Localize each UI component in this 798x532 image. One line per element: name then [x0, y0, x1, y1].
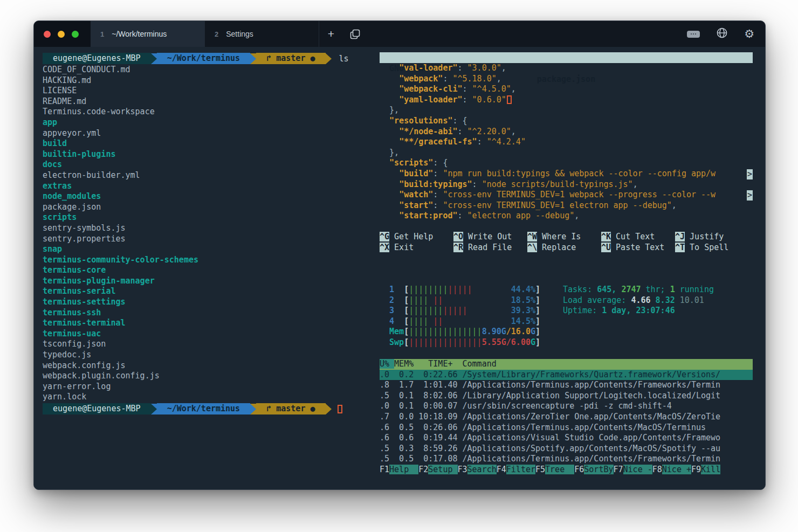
- globe-icon[interactable]: [716, 27, 728, 41]
- file-entry: typedoc.js: [43, 350, 366, 361]
- typed-command: ls: [339, 54, 349, 64]
- new-tab-button[interactable]: +: [319, 21, 343, 47]
- process-row[interactable]: .0 0.1 0:00.07 /usr/sbin/screencapture -…: [380, 401, 753, 412]
- settings-gear-icon[interactable]: ⚙: [744, 29, 754, 40]
- fkey-number: F6: [574, 465, 584, 474]
- fkey-item[interactable]: F3Search: [458, 465, 497, 474]
- file-entry: extras: [43, 181, 366, 192]
- process-row[interactable]: .0 0.2 0:22.66 /System/Library/Framework…: [380, 370, 753, 381]
- shortcut-key: ^O: [453, 232, 463, 241]
- fkey-number: F1: [380, 465, 389, 474]
- table-header[interactable]: U% MEM% TIME+ Command: [380, 359, 753, 370]
- file-entry: terminus-uac: [43, 329, 366, 340]
- process-row[interactable]: .5 0.3 8:59.26 /Applications/Spotify.app…: [380, 444, 753, 454]
- file-entry: app: [43, 118, 366, 128]
- nano-shortcut: ^T To Spell: [675, 243, 749, 253]
- nano-line: "val-loader": "3.0.0",: [380, 63, 753, 74]
- file-entry: docs: [43, 160, 366, 170]
- file-entry: node_modules: [43, 191, 366, 202]
- fkey-item[interactable]: F8Nice +: [652, 465, 691, 474]
- htop-meters: 1 [||||||||||||| 44.4%] 2 [|||| || 18.5%…: [380, 285, 540, 348]
- file-entry: webpack.config.js: [43, 361, 366, 371]
- file-entry: terminus-plugin-manager: [43, 276, 366, 287]
- shortcut-key: ^K: [601, 232, 611, 241]
- fkey-item[interactable]: F5Tree: [535, 465, 574, 474]
- shortcut-label: Justify: [685, 232, 724, 241]
- file-entry: LICENSE: [43, 86, 366, 96]
- prompt-segment: eugene@Eugenes-MBP: [43, 403, 151, 414]
- duplicate-tab-icon[interactable]: [343, 21, 367, 47]
- nano-line: "scripts": {: [380, 158, 753, 169]
- traffic-lights: [34, 21, 91, 47]
- process-row[interactable]: .7 0.0 10:18.09 /Applications/ZeroTier O…: [380, 412, 753, 423]
- shortcut-key: ^T: [675, 243, 685, 252]
- fkey-item[interactable]: F6SortBy: [574, 465, 613, 474]
- process-row[interactable]: .6 0.5 0:26.06 /Applications/Terminus.ap…: [380, 423, 753, 433]
- terminal-window: 1 ~/Work/terminus 2 Settings + ⚙: [33, 20, 766, 490]
- shortcut-label: Replace: [537, 243, 576, 252]
- meter-row: 3 [|||||||||||| 39.3%]: [380, 306, 540, 316]
- file-entry: sentry-symbols.js: [43, 223, 366, 234]
- nano-line: "**/graceful-fs": "^4.2.4": [380, 137, 753, 148]
- fkey-item[interactable]: F4Filter: [497, 465, 535, 474]
- meter-row: Mem[|||||||||||||||8.90G/16.0G]: [380, 327, 540, 337]
- process-row[interactable]: .5 0.5 0:17.08 /Applications/Terminus.ap…: [380, 454, 753, 465]
- nano-cursor: [507, 95, 512, 104]
- file-entry: tsconfig.json: [43, 339, 366, 350]
- fkey-item[interactable]: F2Setup: [418, 465, 457, 474]
- htop-process-table: U% MEM% TIME+ Command.0 0.2 0:22.66 /Sys…: [380, 359, 753, 475]
- minimize-window-button[interactable]: [58, 31, 65, 38]
- file-entry: package.json: [43, 202, 366, 213]
- shell-prompt: eugene@Eugenes-MBP ~/Work/terminus ↱ mas…: [43, 403, 366, 414]
- fkey-label: Search: [467, 465, 497, 474]
- prompt-segment: eugene@Eugenes-MBP: [43, 53, 151, 64]
- nano-shortcut: ^K Cut Text: [601, 232, 675, 243]
- tab-settings[interactable]: 2 Settings: [205, 21, 319, 47]
- shell-prompt: eugene@Eugenes-MBP ~/Work/terminus ↱ mas…: [43, 53, 366, 64]
- file-entry: README.md: [43, 96, 366, 107]
- prompt-segment: ~/Work/terminus: [157, 403, 251, 414]
- shortcut-label: Cut Text: [611, 232, 655, 241]
- nano-line: "start": "cross-env TERMINUS_DEV=1 elect…: [380, 201, 753, 211]
- fkey-number: F5: [535, 465, 545, 474]
- fkey-item[interactable]: F9Kill: [691, 465, 720, 474]
- nano-editor: GNU nano 4.5 package.json "val-loader": …: [380, 52, 753, 222]
- nano-line: "webpack-cli": "^4.5.0",: [380, 84, 753, 95]
- task-line: Uptime: 1 day, 23:07:46: [563, 306, 714, 316]
- shell-pane[interactable]: eugene@Eugenes-MBP ~/Work/terminus ↱ mas…: [43, 52, 366, 415]
- nano-line: "webpack": "^5.18.0",: [380, 74, 753, 85]
- nano-line: "build:typings": "node scripts/build-typ…: [380, 179, 753, 190]
- file-entry: terminus-serial: [43, 286, 366, 297]
- keyboard-icon[interactable]: [687, 31, 700, 38]
- nano-line: },: [380, 105, 753, 116]
- nano-line: "start:prod": "electron app --debug",: [380, 211, 753, 222]
- ls-output: CODE_OF_CONDUCT.mdHACKING.mdLICENSEREADM…: [43, 65, 366, 403]
- process-row[interactable]: .8 1.7 1:01.40 /Applications/Terminus.ap…: [380, 380, 753, 391]
- fkey-label: Nice -: [623, 465, 652, 474]
- shortcut-key: ^\: [527, 243, 537, 252]
- maximize-window-button[interactable]: [72, 31, 79, 38]
- process-row[interactable]: .5 0.1 8:02.06 /Library/Application Supp…: [380, 391, 753, 402]
- fkey-label: Kill: [701, 465, 720, 474]
- fkey-label: Tree: [545, 465, 574, 474]
- nano-shortcut: ^W Where Is: [527, 232, 601, 243]
- fkey-item[interactable]: F1Help: [380, 465, 418, 474]
- fkey-label: Help: [389, 465, 418, 474]
- shortcut-label: Where Is: [537, 232, 581, 241]
- fkey-item[interactable]: F7Nice -: [614, 465, 652, 474]
- meter-row: Swp[|||||||||||||||5.55G/6.00G]: [380, 337, 540, 348]
- fkey-label: SortBy: [584, 465, 613, 474]
- prompt-segment: ~/Work/terminus: [157, 53, 251, 64]
- file-entry: terminus-community-color-schemes: [43, 255, 366, 266]
- file-entry: build: [43, 139, 366, 149]
- file-entry: yarn.lock: [43, 392, 366, 403]
- right-pane[interactable]: GNU nano 4.5 package.json "val-loader": …: [380, 52, 753, 483]
- line-continues-marker: >: [747, 169, 753, 179]
- close-window-button[interactable]: [44, 31, 51, 38]
- file-entry: electron-builder.yml: [43, 170, 366, 181]
- tab-work-terminus[interactable]: 1 ~/Work/terminus: [91, 21, 205, 47]
- meter-row: 4 [|||| || 14.5%]: [380, 316, 540, 327]
- process-row[interactable]: .6 0.6 0:19.44 /Applications/Visual Stud…: [380, 433, 753, 444]
- shortcut-label: Write Out: [463, 232, 512, 241]
- file-entry: webpack.plugin.config.js: [43, 371, 366, 382]
